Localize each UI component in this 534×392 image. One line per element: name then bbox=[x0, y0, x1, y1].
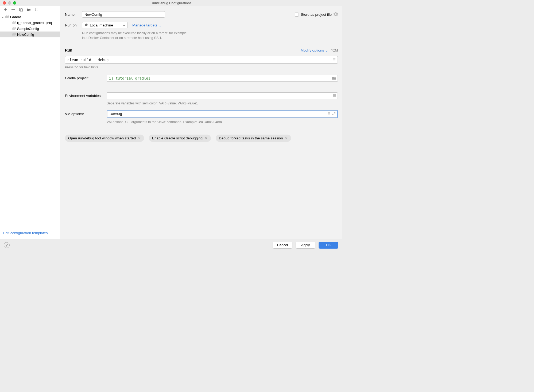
sidebar: a z ⌄ Gradle ij_tutorial_gradle1 [init] bbox=[0, 6, 60, 239]
sort-icon[interactable]: a z bbox=[34, 7, 38, 12]
chip-open-tool-window[interactable]: Open run/debug tool window when started … bbox=[65, 135, 144, 142]
chip-debug-forked-tasks[interactable]: Debug forked tasks in the same session ✕ bbox=[216, 135, 291, 142]
tree-item-label: ij_tutorial_gradle1 [init] bbox=[17, 21, 52, 25]
chevron-down-icon: ⌄ bbox=[2, 15, 4, 18]
window-close-button[interactable] bbox=[3, 1, 6, 5]
list-icon[interactable] bbox=[332, 94, 336, 97]
run-on-label: Run on: bbox=[65, 23, 81, 27]
gradle-icon bbox=[12, 21, 16, 25]
run-section-title: Run bbox=[65, 48, 72, 52]
copy-icon[interactable] bbox=[19, 7, 23, 12]
env-label: Environment variables: bbox=[65, 94, 107, 98]
tree-item-label: SampleConfig bbox=[17, 27, 39, 31]
modify-options-shortcut: ⌥M bbox=[331, 48, 338, 52]
save-template-icon[interactable] bbox=[26, 7, 31, 12]
close-icon[interactable]: ✕ bbox=[205, 136, 208, 140]
chip-label: Debug forked tasks in the same session bbox=[219, 136, 283, 140]
config-tree: ⌄ Gradle ij_tutorial_gradle1 [init] Samp… bbox=[0, 13, 60, 228]
add-icon[interactable] bbox=[3, 7, 7, 12]
svg-rect-1 bbox=[20, 9, 22, 11]
vm-label: VM options: bbox=[65, 112, 107, 116]
remove-icon[interactable] bbox=[11, 7, 15, 12]
tasks-input[interactable]: clean build --debug bbox=[65, 56, 338, 64]
help-button[interactable]: ? bbox=[4, 242, 10, 248]
run-on-hint: Run configurations may be executed local… bbox=[82, 31, 189, 40]
svg-text:a: a bbox=[37, 8, 38, 10]
ok-button[interactable]: OK bbox=[319, 242, 338, 249]
name-input[interactable] bbox=[82, 11, 165, 18]
name-label: Name: bbox=[65, 13, 81, 17]
tree-item-label: NewConfig bbox=[17, 33, 34, 37]
list-icon[interactable] bbox=[327, 112, 331, 116]
cancel-button[interactable]: Cancel bbox=[273, 242, 292, 249]
tree-item-0[interactable]: ij_tutorial_gradle1 [init] bbox=[0, 20, 60, 26]
home-icon bbox=[84, 23, 88, 28]
run-on-value: Local machine bbox=[90, 23, 113, 27]
window-zoom-button[interactable] bbox=[13, 1, 16, 5]
store-as-project-label: Store as project file bbox=[301, 13, 332, 17]
bottom-bar: ? Cancel Apply OK bbox=[0, 239, 342, 251]
vm-hint: VM options. CLI arguments to the ‘Java’ … bbox=[107, 120, 338, 124]
gradle-project-label: Gradle project: bbox=[65, 76, 107, 80]
chip-label: Enable Gradle script debugging bbox=[152, 136, 203, 140]
tree-item-1[interactable]: SampleConfig bbox=[0, 26, 60, 32]
tasks-value: clean build --debug bbox=[67, 58, 109, 62]
gradle-icon bbox=[12, 26, 16, 31]
run-on-select[interactable]: Local machine bbox=[82, 22, 127, 28]
chip-label: Open run/debug tool window when started bbox=[68, 136, 136, 140]
list-icon[interactable] bbox=[332, 58, 336, 62]
form-panel: Name: Store as project file Run on: Loca… bbox=[60, 6, 342, 239]
tree-group-gradle[interactable]: ⌄ Gradle bbox=[0, 14, 60, 20]
svg-text:z: z bbox=[37, 10, 37, 11]
tree-item-2[interactable]: NewConfig bbox=[0, 32, 60, 37]
option-chips: Open run/debug tool window when started … bbox=[65, 135, 338, 142]
gradle-project-input[interactable] bbox=[107, 75, 338, 82]
sidebar-toolbar: a z bbox=[0, 6, 60, 13]
window-title: Run/Debug Configurations bbox=[0, 1, 342, 5]
chevron-down-icon: ⌄ bbox=[325, 48, 328, 52]
vm-options-input[interactable] bbox=[107, 111, 337, 117]
chip-enable-script-debug[interactable]: Enable Gradle script debugging ✕ bbox=[149, 135, 211, 142]
separator bbox=[65, 44, 338, 44]
gradle-icon bbox=[5, 15, 9, 19]
tasks-hint: Press ⌥ for field hints bbox=[65, 65, 338, 70]
env-input[interactable] bbox=[107, 92, 338, 99]
gradle-icon bbox=[12, 32, 16, 37]
expand-icon[interactable] bbox=[332, 112, 336, 116]
titlebar: Run/Debug Configurations bbox=[0, 0, 342, 6]
traffic-lights bbox=[0, 1, 16, 5]
edit-templates-link[interactable]: Edit configuration templates… bbox=[0, 228, 60, 239]
window-minimize-button bbox=[8, 1, 11, 5]
env-hint: Separate variables with semicolon: VAR=v… bbox=[107, 101, 338, 105]
tree-group-label: Gradle bbox=[10, 15, 21, 19]
apply-button[interactable]: Apply bbox=[296, 242, 315, 249]
gear-icon[interactable] bbox=[334, 12, 338, 17]
close-icon[interactable]: ✕ bbox=[285, 136, 288, 140]
store-as-project-checkbox[interactable] bbox=[295, 13, 299, 17]
close-icon[interactable]: ✕ bbox=[138, 136, 141, 140]
folder-icon[interactable] bbox=[332, 76, 336, 80]
modify-options-link[interactable]: Modify options ⌄ bbox=[301, 48, 328, 52]
manage-targets-link[interactable]: Manage targets… bbox=[132, 23, 161, 27]
